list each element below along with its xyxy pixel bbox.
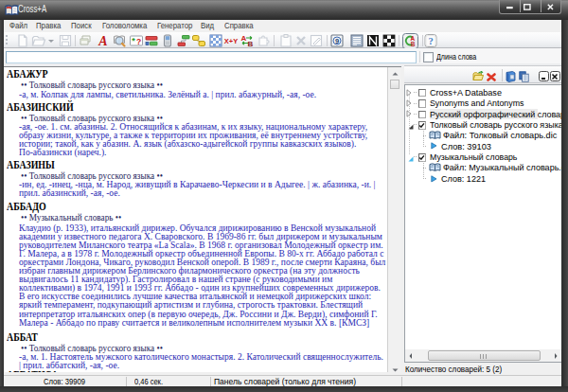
svg-text:?: ? — [135, 37, 140, 46]
svg-text:X+Y: X+Y — [224, 37, 238, 45]
svg-text:B: B — [410, 40, 415, 46]
svg-text:9: 9 — [335, 37, 339, 45]
svg-text:A: A — [98, 34, 107, 48]
svg-text:B: B — [248, 40, 254, 48]
svg-text:?: ? — [428, 36, 433, 46]
svg-text:*: * — [132, 36, 135, 45]
